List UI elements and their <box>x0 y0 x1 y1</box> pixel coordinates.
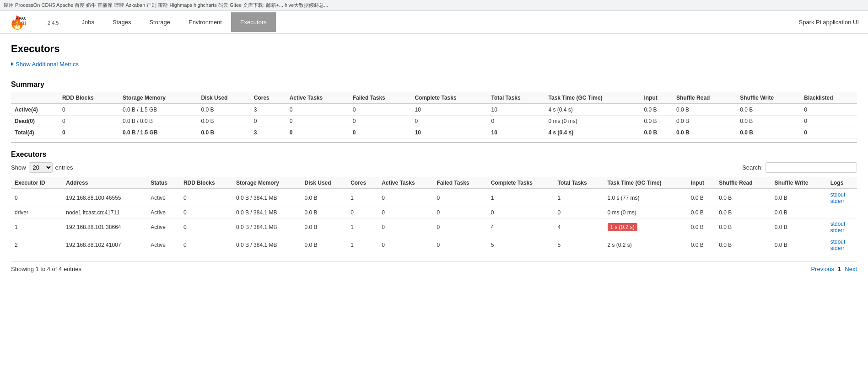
exec-col-header: Complete Tasks <box>487 177 554 189</box>
summary-cell: 0.0 B <box>640 104 673 116</box>
show-metrics-link[interactable]: Show Additional Metrics <box>11 61 79 68</box>
exec-col-header: Shuffle Read <box>715 177 771 189</box>
exec-cell: 192.168.88.100:46555 <box>62 189 147 207</box>
exec-cell: 1 <box>347 189 378 207</box>
summary-col-tasktime: Task Time (GC Time) <box>545 92 641 104</box>
summary-cell: 0.0 B <box>197 127 250 138</box>
summary-cell: 10 <box>487 127 545 138</box>
summary-cell: 0.0 B <box>736 127 800 138</box>
exec-col-header: Failed Tasks <box>433 177 487 189</box>
exec-col-header: Task Time (GC Time) <box>604 177 687 189</box>
exec-cell: 0.0 B / 384.1 MB <box>232 236 301 254</box>
nav-executors[interactable]: Executors <box>231 12 276 32</box>
summary-cell: 0 <box>349 115 411 127</box>
summary-cell: 0 <box>59 115 119 127</box>
exec-cell: 0.0 B <box>771 218 827 236</box>
exec-cell: 0 <box>378 236 433 254</box>
exec-cell: 1 <box>347 236 378 254</box>
showing-text: Showing 1 to 4 of 4 entries <box>11 266 81 272</box>
previous-page-link[interactable]: Previous <box>811 266 834 272</box>
exec-cell: 4 <box>487 218 554 236</box>
nav-environment[interactable]: Environment <box>179 12 231 32</box>
exec-cell: 192.168.88.102:41007 <box>62 236 147 254</box>
log-link-stdout[interactable]: stdout <box>830 239 853 245</box>
exec-cell: 5 <box>487 236 554 254</box>
summary-cell: 3 <box>250 127 286 138</box>
nav-jobs[interactable]: Jobs <box>72 12 103 32</box>
entries-select[interactable]: 10202550100 <box>29 162 53 173</box>
exec-cell: 0.0 B <box>715 218 771 236</box>
show-label: Show <box>11 164 26 171</box>
spark-logo-icon: 🔥 APACHE Spark <box>9 14 26 31</box>
spark-logo: 🔥 APACHE Spark 2.4.5 <box>9 14 59 31</box>
summary-cell: 0 <box>349 127 411 138</box>
exec-cell: 1 <box>11 218 62 236</box>
summary-cell: 10 <box>411 127 487 138</box>
chevron-right-icon <box>11 62 14 66</box>
log-link-stdout[interactable]: stdout <box>830 221 853 227</box>
table-row: drivernode1.itcast.cn:41711Active00.0 B … <box>11 207 857 218</box>
spark-version: 2.4.5 <box>48 20 59 26</box>
exec-cell: 0.0 B <box>715 189 771 207</box>
summary-cell: 0.0 B / 0.0 B <box>119 115 197 127</box>
exec-cell: 0.0 B / 384.1 MB <box>232 218 301 236</box>
exec-cell: 0.0 B <box>715 236 771 254</box>
exec-col-header: Storage Memory <box>232 177 301 189</box>
exec-cell: 0 <box>554 207 604 218</box>
log-link-stderr[interactable]: stderr <box>830 227 853 234</box>
table-row: 0192.168.88.100:46555Active00.0 B / 384.… <box>11 189 857 207</box>
exec-col-header: Status <box>147 177 180 189</box>
summary-cell: 10 <box>487 104 545 116</box>
next-page-link[interactable]: Next <box>845 266 857 272</box>
executors-table: Executor IDAddressStatusRDD BlocksStorag… <box>11 177 857 254</box>
summary-cell: 0.0 B <box>673 115 736 127</box>
exec-task-time-cell: 1 s (0.2 s) <box>604 218 687 236</box>
exec-cell: 0.0 B / 384.1 MB <box>232 189 301 207</box>
app-title: Spark Pi application UI <box>798 19 859 26</box>
pagination-links: Previous 1 Next <box>811 266 857 272</box>
summary-cell: 0.0 B / 1.5 GB <box>119 127 197 138</box>
exec-cell: 0.0 B / 384.1 MB <box>232 207 301 218</box>
summary-cell: 0 <box>800 127 857 138</box>
exec-cell: driver <box>11 207 62 218</box>
summary-col-storage: Storage Memory <box>119 92 197 104</box>
summary-cell: 0 <box>286 115 349 127</box>
exec-col-header: Total Tasks <box>554 177 604 189</box>
exec-cell: 5 <box>554 236 604 254</box>
summary-cell: 0 <box>286 104 349 116</box>
summary-col-total: Total Tasks <box>487 92 545 104</box>
summary-cell: 0 <box>800 104 857 116</box>
summary-cell: 0 <box>349 104 411 116</box>
browser-tabs: 应用 ProcessOn CDH5 Apache 百度 奶牛 直播库 哔哩 Az… <box>4 2 328 9</box>
nav-stages[interactable]: Stages <box>103 12 140 32</box>
exec-col-header: Disk Used <box>301 177 347 189</box>
summary-cell: 0.0 B <box>197 115 250 127</box>
summary-col-complete: Complete Tasks <box>411 92 487 104</box>
executors-title: Executors <box>11 150 857 159</box>
exec-cell: 0.0 B <box>687 207 716 218</box>
search-input[interactable] <box>766 162 857 173</box>
nav-storage[interactable]: Storage <box>140 12 179 32</box>
exec-cell: 0.0 B <box>301 236 347 254</box>
log-link-stderr[interactable]: stderr <box>830 245 853 251</box>
show-metrics-label: Show Additional Metrics <box>16 61 79 68</box>
exec-cell: 0.0 B <box>687 218 716 236</box>
exec-cell: 0.0 B <box>301 189 347 207</box>
exec-col-header: Cores <box>347 177 378 189</box>
exec-cell: Active <box>147 218 180 236</box>
exec-cell: 1 <box>554 189 604 207</box>
page-title: Executors <box>11 43 857 55</box>
exec-logs-cell <box>827 207 857 218</box>
exec-task-time-cell: 2 s (0.2 s) <box>604 236 687 254</box>
exec-cell: Active <box>147 236 180 254</box>
exec-task-time-cell: 1.0 s (77 ms) <box>604 189 687 207</box>
log-link-stderr[interactable]: stderr <box>830 198 853 204</box>
nav-links: Jobs Stages Storage Environment Executor… <box>72 12 798 32</box>
exec-cell: 0.0 B <box>301 207 347 218</box>
summary-cell: 0.0 B <box>673 127 736 138</box>
exec-cell: 0 <box>11 189 62 207</box>
svg-text:Spark: Spark <box>13 19 26 27</box>
summary-col-failed: Failed Tasks <box>349 92 411 104</box>
log-link-stdout[interactable]: stdout <box>830 192 853 198</box>
summary-cell: 0 <box>487 115 545 127</box>
